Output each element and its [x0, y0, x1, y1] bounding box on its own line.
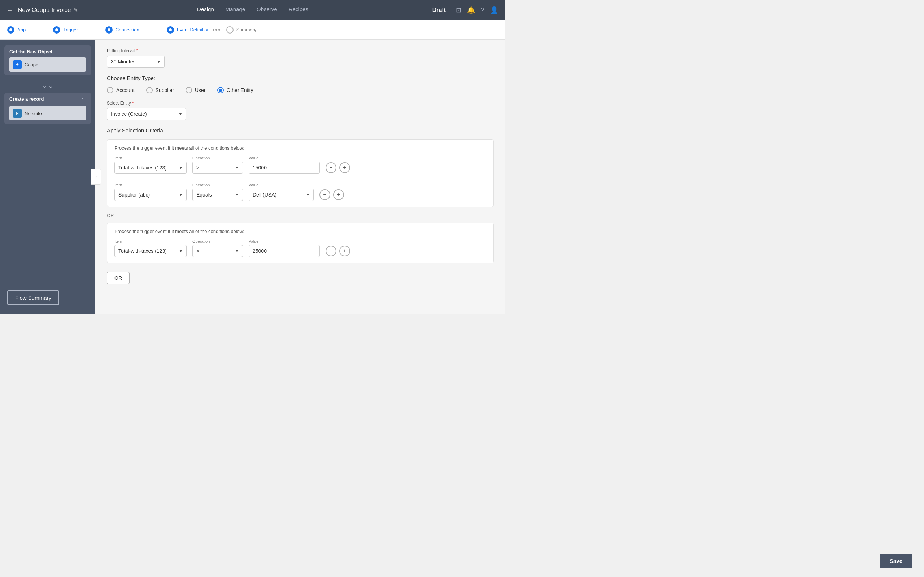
step-event-label: Event Definition: [177, 27, 210, 32]
condition2-row1-operation-select-wrapper: > ▼: [192, 245, 243, 257]
sidebar-block1-title: Get the New Object: [10, 49, 86, 55]
condition-row1-operation-select[interactable]: >: [192, 161, 243, 174]
external-link-button[interactable]: ⊡: [456, 6, 461, 14]
condition-row2-operation-select-wrapper: Equals ▼: [192, 189, 243, 201]
tab-observe[interactable]: Observe: [257, 6, 277, 15]
condition2-row1-item-label: Item: [115, 239, 187, 243]
condition-block-2: Process the trigger event if it meets al…: [107, 222, 494, 263]
netsuite-icon: N: [13, 109, 22, 118]
condition-row2-item-select-wrapper: Supplier (abc) ▼: [115, 189, 187, 201]
user-profile-button[interactable]: 👤: [490, 6, 498, 14]
condition-row1-item-select[interactable]: Total-with-taxes (123): [115, 161, 187, 174]
step-connection-label: Connection: [115, 27, 139, 32]
sidebar-block2-title: Create a record: [10, 96, 44, 102]
tab-recipes[interactable]: Recipes: [289, 6, 308, 15]
condition-row2-value-label: Value: [249, 183, 313, 187]
condition-row1-buttons: − +: [326, 162, 350, 173]
step-connection-circle: [105, 26, 113, 34]
coupa-label: Coupa: [24, 62, 38, 68]
condition-block-1: Process the trigger event if it meets al…: [107, 139, 494, 207]
radio-user-label: User: [195, 87, 206, 93]
netsuite-label: Netsuite: [24, 111, 42, 116]
condition-row1-operation-field: Operation > ▼: [192, 156, 243, 174]
condition-divider-1: [115, 179, 486, 179]
radio-account-label: Account: [116, 87, 135, 93]
flow-summary-button[interactable]: Flow Summary: [7, 290, 59, 305]
condition-row1-value-label: Value: [249, 156, 320, 160]
condition-row-1: Item Total-with-taxes (123) ▼ Operation …: [115, 156, 486, 174]
condition2-row1-value-input[interactable]: [249, 245, 320, 257]
condition-row2-operation-label: Operation: [192, 183, 243, 187]
polling-interval-select[interactable]: 5 Minutes 15 Minutes 30 Minutes 1 Hour: [107, 56, 165, 68]
radio-user[interactable]: User: [186, 87, 206, 93]
condition-row2-item-field: Item Supplier (abc) ▼: [115, 183, 187, 201]
condition2-row1-item-field: Item Total-with-taxes (123) ▼: [115, 239, 187, 257]
step-event-definition[interactable]: Event Definition: [167, 26, 210, 34]
radio-supplier-label: Supplier: [155, 87, 174, 93]
radio-account[interactable]: Account: [107, 87, 135, 93]
radio-account-circle: [107, 87, 113, 93]
condition-row1-item-field: Item Total-with-taxes (123) ▼: [115, 156, 187, 174]
condition-row2-item-label: Item: [115, 183, 187, 187]
condition2-row-1: Item Total-with-taxes (123) ▼ Operation …: [115, 239, 486, 257]
notifications-button[interactable]: 🔔: [467, 6, 475, 14]
tab-manage[interactable]: Manage: [226, 6, 245, 15]
sidebar-block2-header: Create a record ⋮: [10, 96, 86, 105]
condition2-row1-item-select[interactable]: Total-with-taxes (123): [115, 245, 187, 257]
step-summary[interactable]: Summary: [226, 26, 257, 34]
coupa-icon: ✦: [13, 60, 22, 69]
condition-row2-value-select[interactable]: Dell (USA): [249, 189, 313, 201]
condition-row1-item-label: Item: [115, 156, 187, 160]
step-dot-1: [213, 29, 215, 31]
app-title: New Coupa Invoice: [18, 6, 71, 14]
entity-type-radio-group: Account Supplier User Other Entity: [107, 87, 494, 93]
condition-row1-remove-button[interactable]: −: [326, 162, 336, 173]
step-summary-label: Summary: [236, 27, 257, 32]
tab-design[interactable]: Design: [197, 6, 214, 15]
select-entity-wrapper: Invoice (Create) ▼: [107, 108, 186, 120]
sidebar-collapse-button[interactable]: ‹: [91, 169, 101, 185]
nav-tabs: Design Manage Observe Recipes: [197, 6, 308, 15]
condition-row2-item-select[interactable]: Supplier (abc): [115, 189, 187, 201]
sidebar-more-button[interactable]: ⋮: [79, 97, 86, 105]
step-dot-3: [218, 29, 220, 31]
or-add-button[interactable]: OR: [107, 272, 129, 284]
radio-user-circle: [186, 87, 192, 93]
select-entity-select[interactable]: Invoice (Create): [107, 108, 186, 120]
edit-icon[interactable]: ✎: [74, 7, 78, 13]
polling-interval-label: Polling Interval *: [107, 48, 494, 53]
main-layout: Get the New Object ✦ Coupa ⌄⌄ Create a r…: [0, 40, 505, 314]
sidebar-netsuite-item[interactable]: N Netsuite: [10, 106, 86, 121]
collapse-icon: ‹: [95, 174, 97, 180]
step-app[interactable]: App: [7, 26, 26, 34]
step-trigger-circle: [53, 26, 60, 34]
condition2-row1-add-button[interactable]: +: [339, 246, 350, 256]
radio-other-entity-circle: [217, 87, 224, 93]
step-connection[interactable]: Connection: [105, 26, 139, 34]
condition-row2-remove-button[interactable]: −: [320, 189, 330, 200]
or-separator: OR: [107, 213, 494, 218]
condition-row2-value-field: Value Dell (USA) ▼: [249, 183, 313, 201]
step-trigger[interactable]: Trigger: [53, 26, 78, 34]
condition-row1-value-input[interactable]: [249, 161, 320, 174]
condition2-row1-operation-field: Operation > ▼: [192, 239, 243, 257]
condition-row1-value-field: Value: [249, 156, 320, 174]
condition-row2-operation-select[interactable]: Equals: [192, 189, 243, 201]
main-content: Polling Interval * 5 Minutes 15 Minutes …: [95, 40, 505, 314]
condition-row2-buttons: − +: [320, 189, 344, 200]
radio-other-entity[interactable]: Other Entity: [217, 87, 254, 93]
select-entity-group: Select Entity * Invoice (Create) ▼: [107, 101, 494, 120]
radio-supplier-circle: [146, 87, 153, 93]
condition-row2-add-button[interactable]: +: [333, 189, 344, 200]
help-button[interactable]: ?: [481, 6, 485, 14]
step-line-1: [29, 29, 50, 30]
condition-block2-title: Process the trigger event if it meets al…: [115, 229, 486, 234]
condition2-row1-operation-select[interactable]: >: [192, 245, 243, 257]
step-dots: [213, 29, 223, 31]
sidebar-coupa-item[interactable]: ✦ Coupa: [10, 57, 86, 72]
condition2-row1-remove-button[interactable]: −: [326, 246, 336, 256]
radio-supplier[interactable]: Supplier: [146, 87, 174, 93]
condition2-row1-value-label: Value: [249, 239, 320, 243]
condition-row1-add-button[interactable]: +: [339, 162, 350, 173]
back-button[interactable]: ← New Coupa Invoice: [7, 6, 71, 14]
